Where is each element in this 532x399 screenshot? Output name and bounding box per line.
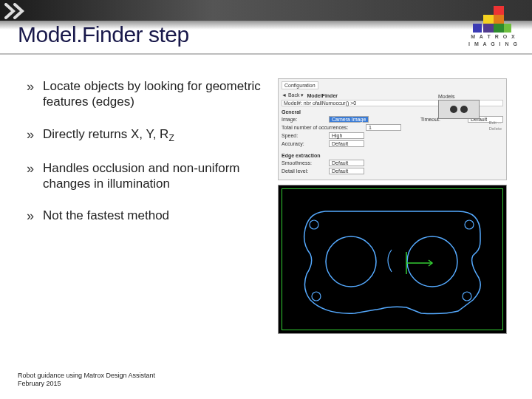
bullet-3: Handles occlusion and non-uniform change… xyxy=(27,160,263,192)
header-dark-strip xyxy=(0,0,532,21)
speed-dropdown[interactable]: High xyxy=(329,132,364,139)
title-underline xyxy=(0,53,532,55)
bullet-3-text: Handles occlusion and non-uniform change… xyxy=(43,161,240,191)
config-panel: Configuration ◄ Back ▾ ModelFinder Model… xyxy=(278,78,507,180)
accuracy-label: Accuracy: xyxy=(282,141,326,146)
bullet-4: Not the fastest method xyxy=(27,208,263,223)
bullet-list: Locate objects by looking for geometric … xyxy=(27,78,263,224)
matrox-logo: M A T R O X I M A G I N G xyxy=(464,6,523,52)
back-button[interactable]: ◄ Back ▾ xyxy=(282,92,304,98)
bullet-2: Directly returns X, Y, RZ xyxy=(27,126,263,144)
bullet-4-text: Not the fastest method xyxy=(43,208,169,222)
model-thumb-icon[interactable] xyxy=(438,100,480,119)
hole-icon xyxy=(460,106,468,113)
logo-blocks-icon xyxy=(477,6,510,33)
max-input[interactable]: 1 xyxy=(366,124,401,131)
svg-point-2 xyxy=(310,220,318,229)
image-dropdown[interactable]: Camera Image xyxy=(329,116,369,123)
smooth-label: Smoothness: xyxy=(282,160,326,166)
gasket-outline-icon xyxy=(296,204,488,315)
svg-point-4 xyxy=(312,292,321,301)
roi-box-icon xyxy=(282,188,503,330)
model-preview: Models xyxy=(438,94,484,119)
edge-section: Edge extraction Smoothness: Default Deta… xyxy=(282,151,503,177)
max-label: Total number of occurrences: xyxy=(282,125,363,130)
footer-line-2: February 2015 xyxy=(18,380,155,389)
model-actions: Edit ... Delete xyxy=(489,120,502,132)
logo-text-2: I M A G I N G xyxy=(468,41,519,47)
svg-point-1 xyxy=(407,236,457,287)
slide-header: Model.Finder step M A T R O X I M A G I … xyxy=(0,0,532,59)
edit-link[interactable]: Edit ... xyxy=(489,120,502,125)
slide-footer: Robot guidance using Matrox Design Assis… xyxy=(18,372,155,389)
bullet-list-container: Locate objects by looking for geometric … xyxy=(27,78,263,334)
bullet-1-text: Locate objects by looking for geometric … xyxy=(43,79,261,109)
smooth-dropdown[interactable]: Default xyxy=(329,160,364,166)
slide-body: Locate objects by looking for geometric … xyxy=(0,59,532,334)
bullet-1: Locate objects by looking for geometric … xyxy=(27,78,263,110)
detail-dropdown[interactable]: Default xyxy=(329,168,364,174)
models-heading: Models xyxy=(438,94,484,99)
config-tab: Configuration xyxy=(282,81,318,89)
bullet-2-text: Directly returns X, Y, R xyxy=(43,127,168,141)
chevron-logo-icon xyxy=(4,3,35,19)
delete-link[interactable]: Delete xyxy=(489,126,502,131)
footer-line-1: Robot guidance using Matrox Design Assis… xyxy=(18,372,155,381)
slide-title: Model.Finder step xyxy=(18,22,189,47)
accuracy-dropdown[interactable]: Default xyxy=(329,140,364,147)
svg-point-0 xyxy=(326,236,376,287)
screenshot-column: Configuration ◄ Back ▾ ModelFinder Model… xyxy=(278,78,507,334)
detail-label: Detail level: xyxy=(282,168,326,174)
svg-point-3 xyxy=(465,220,474,229)
breadcrumb: ModelFinder xyxy=(307,93,338,98)
hole-icon xyxy=(450,106,457,113)
bullet-2-sub: Z xyxy=(168,133,174,143)
vision-image xyxy=(278,185,507,334)
image-label: Image: xyxy=(282,117,326,122)
speed-label: Speed: xyxy=(282,133,326,138)
logo-text-1: M A T R O X xyxy=(471,34,516,40)
edge-heading: Edge extraction xyxy=(282,153,503,158)
svg-point-5 xyxy=(463,292,471,301)
